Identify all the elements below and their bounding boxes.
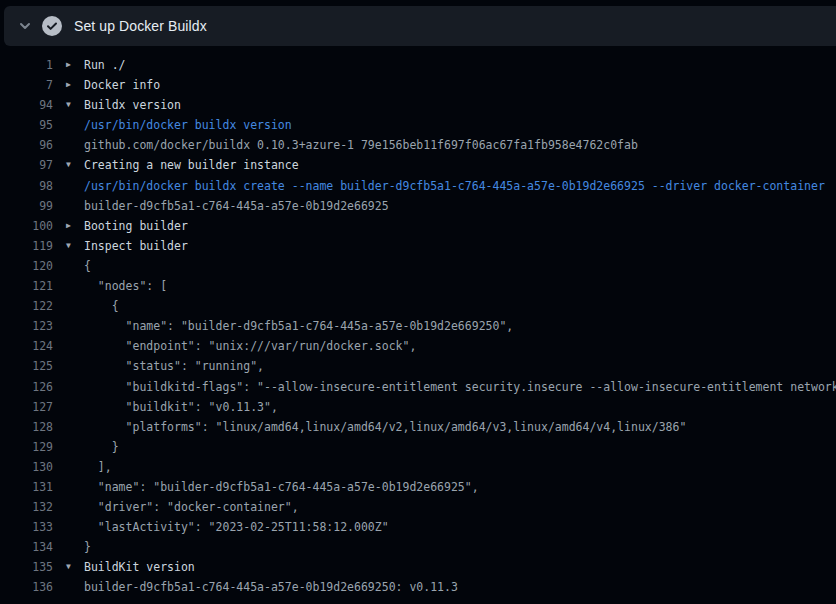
gutter-spacer xyxy=(53,256,84,276)
log-line-97[interactable]: 97▼Creating a new builder instance xyxy=(0,155,836,175)
line-text: builder-d9cfb5a1-c764-445a-a57e-0b19d2e6… xyxy=(84,577,836,597)
log-line-129: 129 } xyxy=(0,437,836,457)
step-header[interactable]: Set up Docker Buildx xyxy=(4,6,836,46)
line-number[interactable]: 133 xyxy=(0,517,53,537)
gutter-spacer xyxy=(53,397,84,417)
log-line-133: 133 "lastActivity": "2023-02-25T11:58:12… xyxy=(0,517,836,537)
triangle-down-icon[interactable]: ▼ xyxy=(53,155,84,175)
line-number[interactable]: 7 xyxy=(0,75,53,95)
log-line-127: 127 "buildkit": "v0.11.3", xyxy=(0,397,836,417)
line-number[interactable]: 134 xyxy=(0,537,53,557)
line-number[interactable]: 126 xyxy=(0,377,53,397)
step-title: Set up Docker Buildx xyxy=(74,18,207,34)
log-line-119[interactable]: 119▼Inspect builder xyxy=(0,236,836,256)
line-text: "nodes": [ xyxy=(84,276,836,296)
log-line-122: 122 { xyxy=(0,296,836,316)
line-text: } xyxy=(84,437,836,457)
line-text: Creating a new builder instance xyxy=(84,155,836,175)
gutter-spacer xyxy=(53,135,84,155)
line-number[interactable]: 1 xyxy=(0,55,53,75)
line-number[interactable]: 136 xyxy=(0,577,53,597)
line-number[interactable]: 120 xyxy=(0,256,53,276)
line-number[interactable]: 96 xyxy=(0,135,53,155)
log-line-98: 98/usr/bin/docker buildx create --name b… xyxy=(0,176,836,196)
triangle-down-icon[interactable]: ▼ xyxy=(53,95,84,115)
line-number[interactable]: 127 xyxy=(0,397,53,417)
log-line-135[interactable]: 135▼BuildKit version xyxy=(0,557,836,577)
line-number[interactable]: 135 xyxy=(0,557,53,577)
line-text: /usr/bin/docker buildx version xyxy=(84,115,836,135)
log-line-136: 136builder-d9cfb5a1-c764-445a-a57e-0b19d… xyxy=(0,577,836,597)
gutter-spacer xyxy=(53,115,84,135)
line-number[interactable]: 128 xyxy=(0,417,53,437)
line-text: "driver": "docker-container", xyxy=(84,497,836,517)
gutter-spacer xyxy=(53,497,84,517)
line-number[interactable]: 125 xyxy=(0,356,53,376)
log-line-100[interactable]: 100▶Booting builder xyxy=(0,216,836,236)
log-view: 1▶Run ./7▶Docker info94▼Buildx version95… xyxy=(0,46,836,604)
line-number[interactable]: 132 xyxy=(0,497,53,517)
line-text: Booting builder xyxy=(84,216,836,236)
log-line-123: 123 "name": "builder-d9cfb5a1-c764-445a-… xyxy=(0,316,836,336)
triangle-right-icon[interactable]: ▶ xyxy=(53,55,84,75)
line-text: Buildx version xyxy=(84,95,836,115)
gutter-spacer xyxy=(53,316,84,336)
log-line-95: 95/usr/bin/docker buildx version xyxy=(0,115,836,135)
log-line-120: 120{ xyxy=(0,256,836,276)
line-number[interactable]: 129 xyxy=(0,437,53,457)
line-number[interactable]: 131 xyxy=(0,477,53,497)
line-text: "buildkitd-flags": "--allow-insecure-ent… xyxy=(84,377,836,397)
line-text: "endpoint": "unix:///var/run/docker.sock… xyxy=(84,336,836,356)
line-number[interactable]: 100 xyxy=(0,216,53,236)
line-text: ], xyxy=(84,457,836,477)
log-line-7[interactable]: 7▶Docker info xyxy=(0,75,836,95)
log-lines: 1▶Run ./7▶Docker info94▼Buildx version95… xyxy=(0,55,836,598)
gutter-spacer xyxy=(53,377,84,397)
gutter-spacer xyxy=(53,417,84,437)
line-number[interactable]: 121 xyxy=(0,276,53,296)
log-line-124: 124 "endpoint": "unix:///var/run/docker.… xyxy=(0,336,836,356)
log-line-128: 128 "platforms": "linux/amd64,linux/amd6… xyxy=(0,417,836,437)
triangle-right-icon[interactable]: ▶ xyxy=(53,75,84,95)
line-number[interactable]: 99 xyxy=(0,196,53,216)
line-text: { xyxy=(84,256,836,276)
gutter-spacer xyxy=(53,196,84,216)
line-number[interactable]: 124 xyxy=(0,336,53,356)
line-number[interactable]: 119 xyxy=(0,236,53,256)
line-text: "platforms": "linux/amd64,linux/amd64/v2… xyxy=(84,417,836,437)
line-text: Run ./ xyxy=(84,55,836,75)
gutter-spacer xyxy=(53,457,84,477)
line-text: "name": "builder-d9cfb5a1-c764-445a-a57e… xyxy=(84,477,836,497)
line-text: Docker info xyxy=(84,75,836,95)
gutter-spacer xyxy=(53,577,84,597)
line-text: BuildKit version xyxy=(84,557,836,577)
triangle-down-icon[interactable]: ▼ xyxy=(53,236,84,256)
line-text: /usr/bin/docker buildx create --name bui… xyxy=(84,176,836,196)
triangle-right-icon[interactable]: ▶ xyxy=(53,216,84,236)
line-number[interactable]: 98 xyxy=(0,176,53,196)
gutter-spacer xyxy=(53,336,84,356)
log-line-99: 99builder-d9cfb5a1-c764-445a-a57e-0b19d2… xyxy=(0,196,836,216)
line-number[interactable]: 94 xyxy=(0,95,53,115)
line-text: github.com/docker/buildx 0.10.3+azure-1 … xyxy=(84,135,836,155)
line-text: "lastActivity": "2023-02-25T11:58:12.000… xyxy=(84,517,836,537)
line-text: "name": "builder-d9cfb5a1-c764-445a-a57e… xyxy=(84,316,836,336)
line-number[interactable]: 122 xyxy=(0,296,53,316)
line-number[interactable]: 95 xyxy=(0,115,53,135)
triangle-down-icon[interactable]: ▼ xyxy=(53,557,84,577)
log-line-96: 96github.com/docker/buildx 0.10.3+azure-… xyxy=(0,135,836,155)
gutter-spacer xyxy=(53,176,84,196)
log-line-132: 132 "driver": "docker-container", xyxy=(0,497,836,517)
chevron-down-icon[interactable] xyxy=(18,19,32,33)
gutter-spacer xyxy=(53,537,84,557)
line-number[interactable]: 97 xyxy=(0,155,53,175)
log-line-94[interactable]: 94▼Buildx version xyxy=(0,95,836,115)
gutter-spacer xyxy=(53,296,84,316)
gutter-spacer xyxy=(53,356,84,376)
line-text: { xyxy=(84,296,836,316)
log-line-1[interactable]: 1▶Run ./ xyxy=(0,55,836,75)
log-line-125: 125 "status": "running", xyxy=(0,356,836,376)
gutter-spacer xyxy=(53,437,84,457)
line-number[interactable]: 123 xyxy=(0,316,53,336)
line-number[interactable]: 130 xyxy=(0,457,53,477)
